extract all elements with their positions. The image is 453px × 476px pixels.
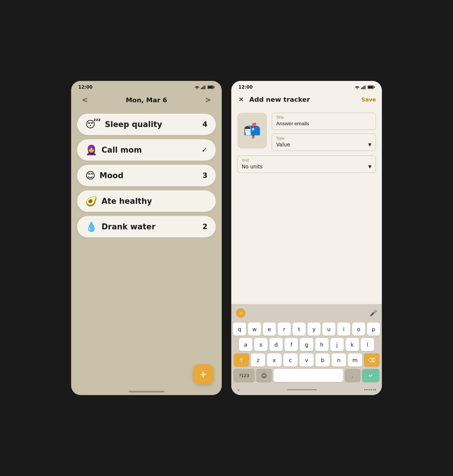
keyboard-row-4: ?123 ☺ . ↵: [232, 369, 381, 384]
wifi-icon-right: [354, 85, 360, 89]
phones-container: 12:00: [68, 77, 385, 399]
keyboard-bottom-bar: ∨: [232, 387, 381, 393]
title-label: Title: [276, 115, 371, 120]
key-j[interactable]: j: [330, 338, 344, 351]
tracker-value-water: 2: [202, 223, 207, 231]
key-x[interactable]: x: [267, 353, 281, 367]
tracker-item-healthy[interactable]: 🥑 Ate healthy: [77, 190, 216, 212]
tracker-emoji-callmom: 🧕: [85, 145, 97, 155]
key-k[interactable]: k: [346, 338, 359, 351]
prev-arrow[interactable]: <: [79, 95, 90, 105]
form-area: 📬 Title Type Value ▼: [231, 109, 382, 304]
type-label: Type: [276, 136, 371, 140]
signal-icon-right: [361, 85, 366, 89]
key-t[interactable]: t: [293, 322, 306, 336]
svg-rect-6: [214, 86, 215, 88]
tracker-emoji-healthy: 🥑: [85, 196, 97, 206]
key-d[interactable]: d: [269, 338, 283, 351]
tracker-item-water[interactable]: 💧 Drank water 2: [77, 216, 216, 237]
keyboard-mic-button[interactable]: 🎤: [370, 309, 377, 317]
nav-bar: < Mon, Mar 6 >: [71, 92, 222, 110]
svg-rect-7: [208, 86, 213, 88]
key-n[interactable]: n: [332, 353, 346, 367]
battery-icon: [207, 85, 215, 89]
key-m[interactable]: m: [348, 353, 362, 367]
key-period[interactable]: .: [345, 369, 360, 382]
unit-value: No units: [242, 164, 263, 170]
expand-down-arrow[interactable]: ∨: [237, 388, 240, 392]
key-emoji[interactable]: ☺: [256, 369, 272, 382]
left-screen: 12:00: [71, 81, 222, 395]
signal-icon: [201, 85, 206, 89]
tracker-item-callmom[interactable]: 🧕 Call mom ✓: [77, 139, 216, 161]
tracker-emoji-sleep: 😴: [85, 120, 101, 129]
key-h[interactable]: h: [315, 338, 329, 351]
key-o[interactable]: o: [352, 322, 365, 336]
keyboard-toolbar: › 🎤: [232, 307, 381, 320]
tracker-name-healthy: Ate healthy: [101, 197, 152, 206]
key-b[interactable]: b: [315, 353, 330, 367]
type-dropdown-arrow: ▼: [368, 142, 371, 147]
unit-select-row: No units ▼: [242, 164, 371, 170]
key-w[interactable]: w: [248, 322, 261, 336]
title-input[interactable]: [276, 121, 371, 127]
unit-dropdown-arrow: ▼: [368, 164, 371, 169]
close-button[interactable]: ✕: [237, 95, 245, 104]
nav-date: Mon, Mar 6: [126, 96, 167, 104]
left-status-icons: [194, 85, 215, 89]
key-p[interactable]: p: [367, 322, 380, 336]
chevron-right-icon: ›: [240, 311, 242, 315]
keyboard-row-3: ⇧ z x c v b n m ⌫: [232, 353, 381, 367]
key-numbers[interactable]: ?123: [234, 369, 254, 382]
save-button[interactable]: Save: [361, 96, 376, 103]
right-home-bar: [287, 389, 317, 390]
right-status-icons: [354, 85, 375, 89]
tracker-item-mood[interactable]: 😊 Mood 3: [77, 165, 216, 186]
tracker-name-water: Drank water: [101, 222, 155, 231]
title-input-group[interactable]: Title: [272, 113, 376, 130]
right-phone: 12:00: [228, 77, 385, 399]
type-value: Value: [276, 142, 290, 148]
key-l[interactable]: l: [361, 338, 374, 351]
key-backspace[interactable]: ⌫: [364, 353, 379, 367]
key-y[interactable]: y: [307, 322, 321, 336]
keyboard-row-2: a s d f g h j k l: [232, 338, 381, 351]
svg-rect-10: [362, 87, 363, 89]
tracker-emoji-mood: 😊: [85, 171, 95, 180]
key-s[interactable]: s: [254, 338, 268, 351]
add-tracker-fab[interactable]: +: [193, 364, 213, 384]
key-u[interactable]: u: [322, 322, 335, 336]
tracker-name-callmom: Call mom: [101, 145, 142, 154]
emoji-picker[interactable]: 📬: [237, 113, 267, 148]
key-e[interactable]: e: [263, 322, 276, 336]
key-i[interactable]: i: [337, 322, 350, 336]
key-space[interactable]: [274, 369, 343, 382]
keyboard: › 🎤 q w e r t y u i o p: [231, 304, 382, 395]
tracker-emoji-water: 💧: [85, 222, 97, 231]
tracker-item-sleep[interactable]: 😴 Sleep quality 4: [77, 114, 216, 135]
svg-rect-3: [203, 86, 204, 90]
key-f[interactable]: f: [285, 338, 298, 351]
key-shift[interactable]: ⇧: [234, 353, 249, 367]
tracker-name-sleep: Sleep quality: [105, 120, 162, 129]
key-a[interactable]: a: [239, 338, 252, 351]
unit-label: Unit: [242, 158, 371, 162]
key-z[interactable]: z: [251, 353, 265, 367]
selected-emoji: 📬: [243, 122, 261, 139]
svg-point-8: [357, 88, 358, 89]
key-g[interactable]: g: [300, 338, 313, 351]
svg-rect-9: [361, 88, 362, 89]
key-q[interactable]: q: [233, 322, 246, 336]
next-arrow[interactable]: >: [203, 95, 213, 105]
key-v[interactable]: v: [299, 353, 314, 367]
keyboard-row-1: q w e r t y u i o p: [232, 322, 381, 336]
keyboard-expand-button[interactable]: ›: [236, 308, 246, 318]
unit-input-group[interactable]: Unit No units ▼: [237, 156, 376, 173]
right-status-time: 12:00: [238, 84, 253, 90]
key-c[interactable]: c: [283, 353, 298, 367]
fab-plus-icon: +: [199, 369, 207, 379]
key-r[interactable]: r: [278, 322, 291, 336]
type-input-group[interactable]: Type Value ▼: [272, 134, 376, 151]
key-enter[interactable]: ↵: [362, 369, 379, 382]
tracker-list: 😴 Sleep quality 4 🧕 Call mom ✓ 😊 Mo: [71, 110, 222, 388]
